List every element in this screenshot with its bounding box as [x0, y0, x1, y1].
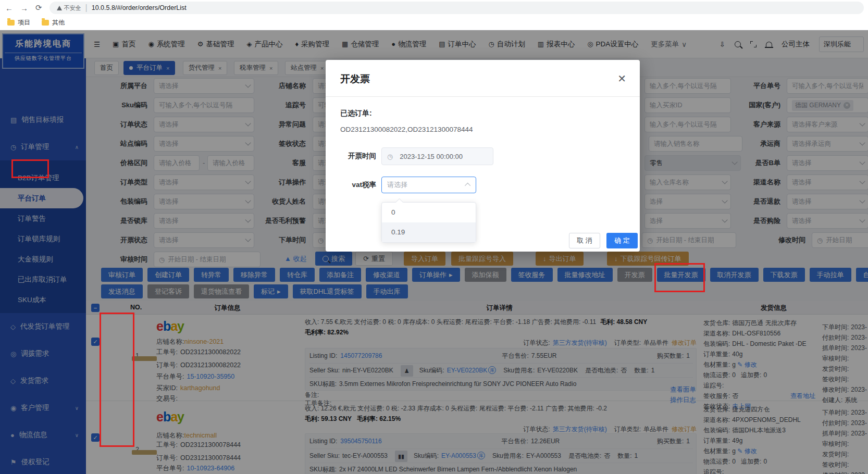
invoice-modal: 开发票 ✕ 已选订单: OD23121300082022,OD231213000…	[326, 60, 640, 252]
invoice-time-label: 开票时间	[326, 152, 376, 161]
folder-icon	[42, 20, 49, 26]
url-bar[interactable]: 不安全 | 10.0.5.8/#/order/orders/OrderList	[49, 2, 864, 14]
reload-icon[interactable]: ⟳	[35, 3, 42, 13]
url-text: 10.0.5.8/#/order/orders/OrderList	[92, 4, 187, 11]
vat-option-0[interactable]: 0	[382, 203, 476, 222]
invoice-time-input[interactable]: ◷ 2023-12-15 00:00:00	[381, 147, 493, 165]
modal-divider	[326, 96, 640, 97]
url-separator: |	[85, 3, 88, 13]
selected-orders-value: OD23121300082022,OD23121300078444	[340, 126, 473, 133]
forward-icon[interactable]: →	[20, 4, 28, 13]
cancel-button[interactable]: 取 消	[569, 233, 600, 248]
chevron-up-icon	[465, 183, 470, 189]
bookmarks-bar: 项目其他	[0, 16, 868, 30]
confirm-button[interactable]: 确 定	[606, 233, 638, 248]
clock-icon: ◷	[387, 153, 393, 160]
app-root: ☰ ▣首页◉系统管理⚙基础管理◈产品中心♦采购管理▦仓储管理●物流管理▤订单中心…	[0, 30, 868, 474]
close-icon[interactable]: ✕	[617, 72, 626, 85]
screenshot-root: ← → ⟳ 不安全 | 10.0.5.8/#/order/orders/Orde…	[0, 0, 868, 474]
back-icon[interactable]: ←	[5, 4, 13, 13]
bookmark-item[interactable]: 其他	[42, 18, 65, 27]
not-secure-warning: 不安全	[57, 4, 81, 12]
vat-dropdown: 00.19	[381, 202, 476, 243]
vat-rate-select[interactable]: 请选择	[381, 177, 476, 193]
vat-option-0.19[interactable]: 0.19	[382, 222, 476, 242]
bookmark-label: 项目	[18, 18, 30, 27]
browser-chrome: ← → ⟳ 不安全 | 10.0.5.8/#/order/orders/Orde…	[0, 0, 868, 16]
folder-icon	[7, 20, 15, 26]
modal-title: 开发票	[340, 72, 370, 86]
vat-rate-label: vat税率	[326, 180, 376, 190]
selected-orders-label: 已选订单:	[340, 109, 372, 118]
warning-icon	[57, 6, 62, 10]
bookmark-label: 其他	[52, 18, 65, 27]
bookmark-item[interactable]: 项目	[7, 18, 30, 27]
